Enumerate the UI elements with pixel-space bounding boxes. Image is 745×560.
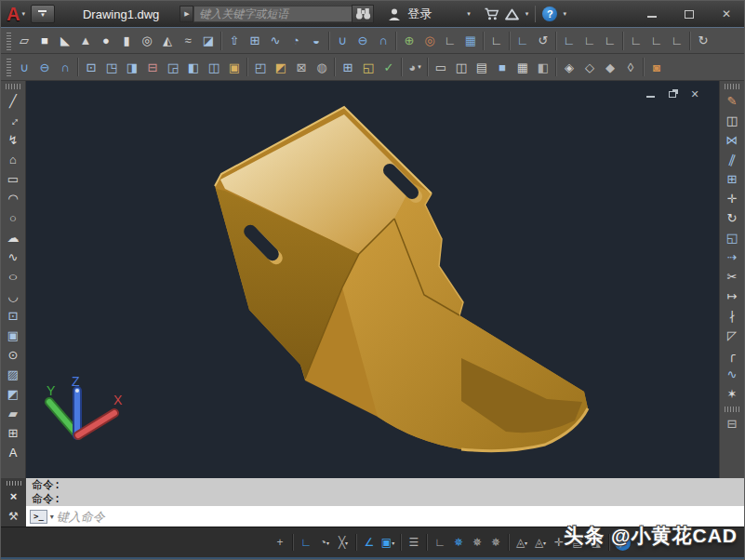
- union-button[interactable]: ∪: [332, 30, 353, 52]
- a360-caret-icon[interactable]: ▾: [525, 10, 529, 18]
- imprint-button[interactable]: ⊠: [291, 56, 312, 78]
- object-snap-button[interactable]: ▣▾: [379, 532, 397, 553]
- helix-button[interactable]: ≈: [178, 30, 198, 52]
- annotation-visibility-button[interactable]: ◬▾: [512, 532, 531, 553]
- view-se-isometric-button[interactable]: ◇: [579, 56, 600, 78]
- loft-button[interactable]: ◒: [306, 30, 326, 52]
- view-ne-isometric-button[interactable]: ◆: [600, 56, 620, 78]
- bucket-tooth-model[interactable]: [215, 107, 588, 451]
- autodesk-360-icon[interactable]: [504, 7, 520, 21]
- subtract-solid-button[interactable]: ⊖: [34, 56, 55, 78]
- selection-filtering-button[interactable]: ✵: [486, 532, 505, 553]
- fillet-button[interactable]: ╭: [721, 345, 744, 365]
- move-button[interactable]: ✛: [721, 189, 744, 208]
- stretch-button[interactable]: ⇢: [721, 247, 744, 267]
- multiline-text-button[interactable]: A: [2, 443, 25, 462]
- box-button[interactable]: ■: [34, 30, 55, 52]
- ucs-world-button[interactable]: ∟: [512, 30, 533, 52]
- gizmo-button[interactable]: ✵: [449, 532, 468, 553]
- sweep-button[interactable]: ∿: [265, 30, 286, 52]
- close-button[interactable]: ✕: [720, 7, 733, 20]
- free-orbit-button[interactable]: ◎: [419, 30, 440, 52]
- sphere-button[interactable]: ●: [96, 30, 116, 52]
- polar-tracking-button[interactable]: ◔▾: [315, 532, 334, 553]
- rectangle-button[interactable]: ▭: [2, 169, 25, 189]
- pyramid-button[interactable]: ◭: [157, 30, 178, 52]
- help-icon[interactable]: ?: [542, 7, 557, 21]
- ucs-button[interactable]: ∟: [486, 30, 507, 52]
- extend-button[interactable]: ↦: [721, 287, 744, 306]
- polygon-button[interactable]: ⌂: [2, 150, 25, 169]
- shell-button[interactable]: ◱: [358, 56, 379, 78]
- union-solid-button[interactable]: ∪: [14, 56, 34, 78]
- ucs-face-button[interactable]: ∟: [559, 30, 579, 52]
- app-menu-caret-icon[interactable]: ▾: [21, 10, 25, 18]
- line-button[interactable]: ╱: [2, 91, 25, 111]
- ucs-view-button[interactable]: ∟: [600, 30, 620, 52]
- table-button[interactable]: ⊞: [2, 423, 25, 443]
- command-panel-close-button[interactable]: ×: [10, 486, 18, 506]
- explode-button[interactable]: ✶: [721, 384, 744, 404]
- 3d-orbit-button[interactable]: ⊕: [399, 30, 419, 52]
- toolbar-grip[interactable]: [7, 58, 11, 76]
- autocad-logo-icon[interactable]: A: [7, 5, 20, 23]
- command-input[interactable]: [57, 510, 740, 524]
- quick-access-dropdown-button[interactable]: ▼: [31, 5, 55, 23]
- move-faces-button[interactable]: ◳: [101, 56, 122, 78]
- circle-button[interactable]: ○: [2, 208, 25, 228]
- annotation-autoscale-button[interactable]: ◬▾: [531, 532, 550, 553]
- selection-cycling-button[interactable]: ✵: [468, 532, 486, 553]
- drawing-minimize-button[interactable]: [645, 88, 656, 100]
- maximize-button[interactable]: [683, 7, 696, 20]
- clean-button[interactable]: ◍: [312, 56, 332, 78]
- dynamic-ucs-button[interactable]: ∟: [431, 532, 449, 553]
- drawing-close-button[interactable]: ✕: [689, 88, 700, 100]
- trim-button[interactable]: ✂: [721, 267, 744, 287]
- view-sw-isometric-button[interactable]: ◈: [559, 56, 579, 78]
- offset-faces-button[interactable]: ◨: [122, 56, 142, 78]
- delete-faces-button[interactable]: ⊟: [142, 56, 163, 78]
- ucs-rotate-x-button[interactable]: ↻: [693, 30, 713, 52]
- wedge-button[interactable]: ◣: [55, 30, 75, 52]
- gradient-button[interactable]: ◩: [2, 384, 25, 404]
- revolve-button[interactable]: ◔: [286, 30, 306, 52]
- point-button[interactable]: ⊙: [2, 345, 25, 365]
- drawing-canvas[interactable]: Y Z X ✕: [26, 81, 719, 478]
- ucs-icon[interactable]: Y Z X: [47, 374, 123, 435]
- search-input[interactable]: [193, 6, 352, 22]
- toolbar-grip[interactable]: [6, 84, 20, 89]
- help-caret-icon[interactable]: ▾: [563, 10, 566, 18]
- subtract-button[interactable]: ⊖: [353, 30, 373, 52]
- ellipse-button[interactable]: ○: [2, 267, 25, 287]
- cone-button[interactable]: ▲: [75, 30, 96, 52]
- snap-mode-button[interactable]: ∟: [297, 532, 315, 553]
- copy-edges-button[interactable]: ◰: [250, 56, 271, 78]
- copy-button[interactable]: ◫: [721, 111, 744, 130]
- lineweight-button[interactable]: ☰: [405, 532, 423, 553]
- intersect-button[interactable]: ∩: [373, 30, 393, 52]
- offset-button[interactable]: ∥: [721, 150, 744, 169]
- extrude-button[interactable]: ⇧: [224, 30, 245, 52]
- break-button[interactable]: ∤: [721, 306, 744, 326]
- cylinder-button[interactable]: ▮: [116, 30, 137, 52]
- region-button[interactable]: ▰: [2, 404, 25, 423]
- vs-conceptual-button[interactable]: ▦: [512, 56, 533, 78]
- vs-shaded-button[interactable]: ◧: [533, 56, 553, 78]
- rotate-faces-button[interactable]: ◲: [163, 56, 183, 78]
- vs-wireframe-button[interactable]: ◫: [451, 56, 472, 78]
- presspull-button[interactable]: ⊞: [245, 30, 265, 52]
- minimize-button[interactable]: [645, 7, 659, 20]
- chamfer-button[interactable]: ◸: [721, 326, 744, 345]
- search-button[interactable]: [352, 5, 374, 23]
- toolbar-grip[interactable]: [725, 407, 739, 412]
- login-caret-icon[interactable]: ▾: [467, 10, 471, 18]
- insert-block-button[interactable]: ⊡: [2, 306, 25, 326]
- mirror-button[interactable]: ⋈: [721, 130, 744, 150]
- ucs-z-axis-button[interactable]: ∟: [646, 30, 667, 52]
- rotate-button[interactable]: ↻: [721, 208, 744, 228]
- torus-button[interactable]: ◎: [137, 30, 157, 52]
- render-presets-button[interactable]: ◕▾: [405, 56, 425, 78]
- search-history-button[interactable]: ▶: [180, 6, 193, 22]
- render-button[interactable]: ◙: [646, 56, 667, 78]
- vs-2d-wireframe-button[interactable]: ▭: [431, 56, 451, 78]
